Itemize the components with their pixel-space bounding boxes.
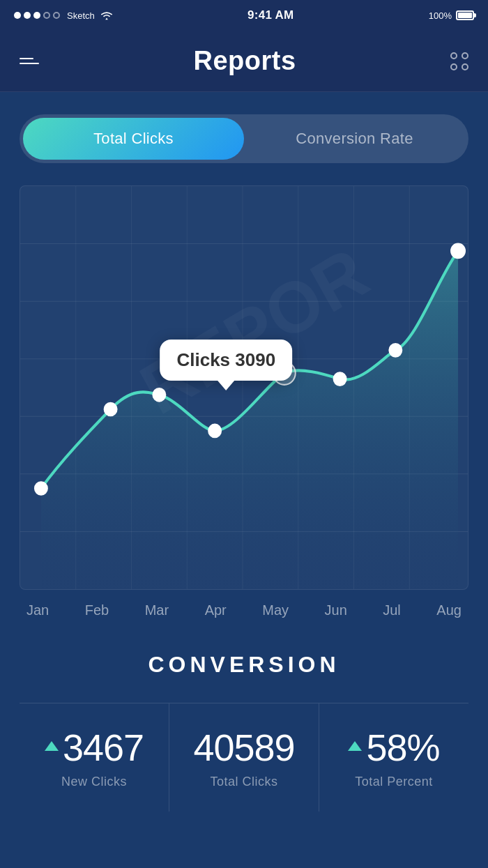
option-dot-2 xyxy=(462,52,468,59)
svg-point-16 xyxy=(153,388,165,402)
main-content: Total Clicks Conversion Rate REPOR xyxy=(0,92,488,812)
conversion-title: CONVERSION xyxy=(20,652,468,678)
status-left: Sketch xyxy=(14,10,113,21)
arrow-new-clicks xyxy=(45,741,59,751)
x-label-jul: Jul xyxy=(383,602,401,618)
svg-point-17 xyxy=(208,425,221,438)
x-label-jan: Jan xyxy=(26,602,49,618)
page-title: Reports xyxy=(193,46,296,76)
stat-label-total-clicks: Total Clicks xyxy=(176,775,312,789)
tooltip-text: Clicks 3090 xyxy=(176,349,275,370)
option-dot-4 xyxy=(462,63,468,70)
stat-number-new-clicks: 3467 xyxy=(63,726,144,769)
tab-toggle: Total Clicks Conversion Rate xyxy=(20,114,468,163)
stat-number-total-clicks: 40589 xyxy=(193,726,294,769)
option-dot-1 xyxy=(450,52,457,59)
stat-value-new-clicks: 3467 xyxy=(26,726,162,769)
wifi-icon xyxy=(100,10,113,20)
stat-new-clicks: 3467 New Clicks xyxy=(20,703,169,812)
option-dot-3 xyxy=(450,63,457,70)
x-label-jun: Jun xyxy=(325,602,347,618)
menu-line-1 xyxy=(20,58,33,59)
chart-svg: REPOR xyxy=(20,186,468,589)
x-label-aug: Aug xyxy=(436,602,462,618)
svg-point-14 xyxy=(35,482,47,495)
battery-label: 100% xyxy=(429,10,452,21)
signal-dot-1 xyxy=(14,12,21,19)
nav-bar: Reports xyxy=(0,31,488,92)
signal-dot-2 xyxy=(24,12,31,19)
svg-point-22 xyxy=(451,244,465,259)
options-button[interactable] xyxy=(450,52,468,70)
arrow-total-percent xyxy=(348,741,362,751)
carrier-label: Sketch xyxy=(67,10,95,21)
status-bar: Sketch 9:41 AM 100% xyxy=(0,0,488,31)
x-label-apr: Apr xyxy=(205,602,227,618)
stat-value-total-percent: 58% xyxy=(326,726,462,769)
svg-point-20 xyxy=(334,372,346,386)
menu-line-2 xyxy=(20,63,39,64)
signal-dot-4 xyxy=(43,12,50,19)
status-right: 100% xyxy=(429,10,474,21)
x-axis: Jan Feb Mar Apr May Jun Jul Aug xyxy=(20,590,468,618)
stats-row: 3467 New Clicks 40589 Total Clicks 58% T… xyxy=(20,703,468,812)
stat-total-clicks: 40589 Total Clicks xyxy=(169,703,319,812)
x-label-may: May xyxy=(262,602,289,618)
battery-fill xyxy=(458,13,472,18)
stat-value-total-clicks: 40589 xyxy=(176,726,312,769)
x-label-feb: Feb xyxy=(85,602,109,618)
svg-point-15 xyxy=(105,403,117,416)
chart-container: REPOR Cli xyxy=(20,185,468,590)
svg-point-21 xyxy=(389,344,402,357)
menu-button[interactable] xyxy=(20,58,39,64)
stat-total-percent: 58% Total Percent xyxy=(319,703,468,812)
signal-dot-3 xyxy=(33,12,40,19)
stat-number-total-percent: 58% xyxy=(366,726,439,769)
time-label: 9:41 AM xyxy=(247,8,294,22)
tab-total-clicks[interactable]: Total Clicks xyxy=(23,118,244,160)
x-label-mar: Mar xyxy=(145,602,169,618)
signal-dot-5 xyxy=(53,12,60,19)
chart-tooltip: Clicks 3090 xyxy=(160,340,292,381)
tab-conversion-rate[interactable]: Conversion Rate xyxy=(244,118,465,160)
battery-icon xyxy=(456,10,474,20)
conversion-section: CONVERSION 3467 New Clicks 40589 Total C… xyxy=(20,652,468,812)
stat-label-total-percent: Total Percent xyxy=(326,775,462,789)
stat-label-new-clicks: New Clicks xyxy=(26,775,162,789)
